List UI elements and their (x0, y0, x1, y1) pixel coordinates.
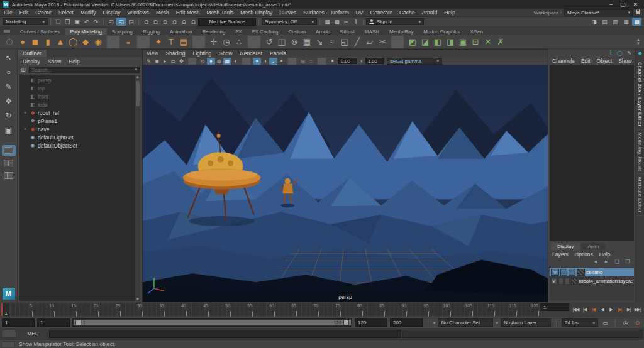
poly-disc-icon[interactable]: ◉ (92, 36, 104, 48)
center-pivot-icon[interactable]: ∴ (233, 36, 245, 48)
layer-visibility-toggle[interactable]: V (551, 269, 559, 276)
wireframe-on-shaded-icon[interactable]: ◍ (215, 58, 223, 65)
workspace-lock-icon[interactable] (636, 11, 640, 14)
viewport-3d-scene[interactable]: persp (143, 65, 548, 302)
menu-item[interactable]: Curves (279, 9, 296, 16)
range-slider[interactable]: 1 120 (72, 318, 352, 327)
command-input[interactable] (49, 330, 401, 338)
outliner-menu-item[interactable]: Display (23, 58, 40, 65)
channel-box-toggle[interactable]: ▥ (611, 18, 620, 26)
range-start-handle[interactable] (75, 320, 81, 325)
move-layer-up-button[interactable]: ◂ (592, 258, 599, 265)
outliner-item[interactable]: ◧ top (19, 84, 140, 92)
outliner-item[interactable]: + ◆ nave (19, 125, 140, 133)
menu-item[interactable]: Surfaces (303, 9, 325, 16)
face-mode-icon[interactable]: ◧ (431, 36, 444, 48)
outliner-menu-item[interactable]: Show (48, 58, 61, 65)
menu-item[interactable]: File (4, 9, 13, 16)
snap-curve-icon[interactable]: Ω (151, 18, 160, 26)
layer-visibility-toggle[interactable]: V (551, 278, 557, 285)
outliner-item[interactable]: ◉ defaultLightSet (19, 133, 140, 141)
outliner-scrollbar[interactable]: ▲▼ (135, 75, 140, 301)
shelf-tab[interactable]: FX (230, 28, 247, 35)
menu-item[interactable]: Display (103, 9, 121, 16)
range-end-handle[interactable] (343, 320, 349, 325)
channel-box-menu-item[interactable]: Edit (581, 58, 591, 64)
go-to-end-button[interactable]: ▶▶| (633, 306, 641, 314)
menu-item[interactable]: UV (356, 9, 364, 16)
new-layer-from-selected-button[interactable]: ❐ (624, 258, 631, 265)
soft-select-icon[interactable]: ▣ (457, 36, 469, 48)
layer-editor-tab[interactable]: Anim (581, 243, 605, 250)
new-scene-icon[interactable]: ❏ (53, 18, 63, 26)
shelf-tab[interactable]: Poly Modeling (65, 28, 107, 35)
motion-blur-icon[interactable]: ◓ (277, 58, 286, 65)
outliner-item[interactable]: ◧ front (19, 92, 140, 101)
layer-display-type-toggle[interactable] (569, 269, 575, 276)
filter-icon[interactable]: ⊞ (19, 66, 27, 74)
viewport-menu-item[interactable]: Panels (270, 50, 286, 57)
separate-icon[interactable]: ◫ (275, 36, 288, 48)
pin-icon[interactable]: ◆ (638, 50, 641, 56)
outliner-item[interactable]: ◧ side (19, 101, 140, 109)
step-forward-frame-button[interactable]: ▶| (625, 306, 633, 314)
scale-tool[interactable]: ▣ (2, 124, 16, 136)
camera-attributes-icon[interactable]: ◉ (153, 58, 161, 65)
quad-draw-icon[interactable]: ▱ (364, 36, 376, 48)
target-weld-icon[interactable]: ⊡ (469, 36, 482, 48)
shelf-collapse-button[interactable] (4, 30, 10, 33)
layout-two-pane-button[interactable] (2, 170, 16, 181)
minimize-button[interactable]: – (609, 1, 613, 8)
outliner-item[interactable]: ◧ persp (19, 76, 140, 84)
select-object-icon[interactable]: ◱ (116, 18, 126, 26)
live-surface-field[interactable]: No Live Surface (198, 18, 256, 26)
layer-editor-menu-item[interactable]: Layers (552, 251, 569, 258)
image-plane-icon[interactable]: ▭ (169, 58, 177, 65)
tool-settings-toggle[interactable]: ▤ (600, 18, 609, 26)
shelf-tab[interactable]: Motion Graphics (418, 28, 465, 35)
fps-selector[interactable]: 24 fps ▾ (562, 318, 598, 327)
view-transform-selector[interactable]: sRGB gamma ▾ (387, 58, 442, 65)
sidebar-vertical-tab[interactable]: Channel Box / Layer Editor (637, 60, 643, 130)
object-mode-icon[interactable]: ◨ (444, 36, 457, 48)
menu-item[interactable]: Deform (331, 9, 349, 16)
current-frame-marker[interactable]: 1 (1, 303, 9, 316)
sculpt-sphere-icon[interactable]: ◒ (122, 36, 135, 48)
menu-item[interactable]: Modify (80, 9, 96, 16)
menu-item[interactable]: Create (35, 9, 52, 16)
rotate-tool[interactable]: ↻ (2, 109, 16, 122)
reduce-icon[interactable]: ↘ (313, 36, 326, 48)
mirror-icon[interactable]: ╱ (351, 36, 364, 48)
layout-single-pane-button[interactable] (2, 145, 16, 156)
smooth-icon[interactable]: ≈ (326, 36, 338, 48)
fill-hole-icon[interactable]: ▦ (301, 36, 313, 48)
pencil-icon[interactable]: ✎ (626, 50, 633, 56)
shelf-scroll-arrows[interactable]: ▲▼ (636, 38, 641, 45)
occlusion-icon[interactable]: ◒ (269, 58, 277, 65)
layout-four-pane-button[interactable] (2, 158, 16, 168)
channel-box-menu-item[interactable]: Channels (552, 58, 575, 64)
menu-item[interactable]: Edit Mesh (176, 9, 200, 16)
super-shape-icon[interactable]: ✦ (152, 36, 165, 48)
edge-mode-icon[interactable]: ◪ (419, 36, 431, 48)
shelf-tab[interactable]: XGen (465, 28, 487, 35)
auto-keyframe-toggle[interactable]: ⊙ (633, 318, 642, 327)
shelf-tab[interactable]: Bifrost (335, 28, 360, 35)
outliner-tab[interactable]: Outliner (18, 50, 47, 57)
shelf-tab[interactable]: Animation (165, 28, 197, 35)
symmetry-off-icon[interactable]: ✗ (494, 36, 507, 48)
select-component-icon[interactable]: ◲ (126, 18, 136, 26)
poly-cube-icon[interactable]: ◼ (29, 36, 42, 48)
isolate-select-icon[interactable]: ◎ (299, 58, 307, 65)
command-line-mode-toggle[interactable] (1, 330, 16, 338)
render-view-icon[interactable]: ▦ (323, 18, 332, 26)
command-language-label[interactable]: MEL (18, 330, 48, 337)
vertex-mode-icon[interactable]: ◩ (406, 36, 419, 48)
workspace-selector[interactable]: Maya Classic* ▾ (564, 9, 633, 16)
ring-icon[interactable]: ◯ (616, 50, 623, 56)
outliner-item[interactable]: ❖ pPlane1 (19, 117, 140, 125)
step-back-frame-button[interactable]: |◀ (580, 306, 589, 314)
shelf-options-icon[interactable] (6, 39, 13, 45)
booleans-icon[interactable]: ⊚ (288, 36, 301, 48)
shelf-tab[interactable]: Arnold (311, 28, 335, 35)
